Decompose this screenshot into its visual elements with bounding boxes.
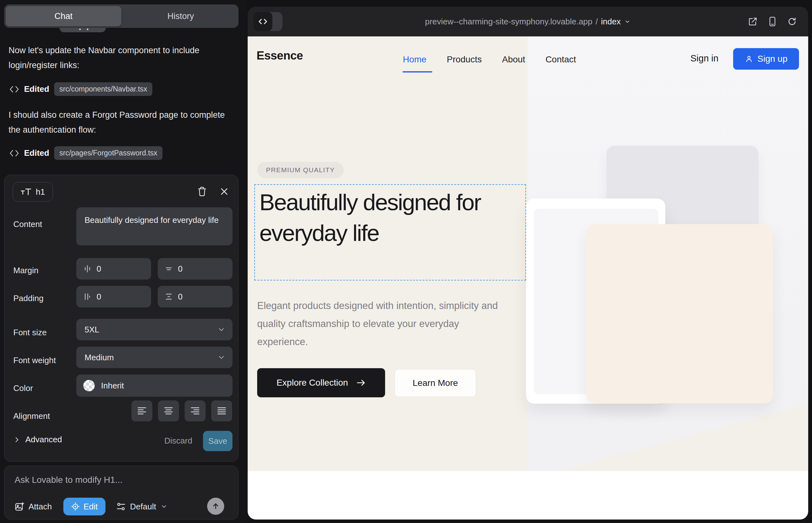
color-picker-field[interactable]: Inherit (76, 375, 232, 397)
edit-label: Edit (84, 502, 98, 511)
chat-history-tabs: Chat History (4, 4, 239, 28)
color-value: Inherit (101, 381, 124, 391)
margin-x-input[interactable]: 0 (76, 258, 151, 279)
align-right-button[interactable] (184, 400, 206, 421)
margin-y-input[interactable]: 0 (158, 258, 232, 279)
align-center-button[interactable] (158, 400, 179, 421)
discard-button[interactable]: Discard (164, 436, 192, 446)
browser-chrome: preview--charming-site-symphony.lovable.… (248, 7, 808, 36)
element-tag-chip[interactable]: h1 (13, 182, 53, 202)
font-weight-select[interactable]: Medium (76, 347, 232, 368)
chat-message: I should also create a Forgot Password p… (8, 108, 230, 138)
padding-label: Padding (13, 293, 43, 303)
save-button[interactable]: Save (203, 431, 232, 451)
tab-chat[interactable]: Chat (6, 6, 121, 26)
padding-x-input[interactable]: 0 (76, 286, 151, 307)
mobile-preview-icon[interactable] (768, 16, 777, 26)
hero-description: Elegant products designed with intention… (257, 296, 498, 351)
text-size-icon (21, 187, 31, 196)
padding-y-input[interactable]: 0 (158, 286, 232, 307)
url-domain: preview--charming-site-symphony.lovable.… (425, 17, 592, 26)
align-justify-button[interactable] (211, 400, 232, 421)
hero-heading: Beautifully designed for everyday life (259, 187, 488, 248)
tab-history[interactable]: History (123, 12, 239, 21)
font-weight-value: Medium (85, 353, 114, 362)
edited-label: Edited (24, 84, 49, 94)
preview-frame: preview--charming-site-symphony.lovable.… (248, 7, 808, 520)
nav-link-about[interactable]: About (502, 54, 525, 65)
color-swatch-transparent (83, 380, 95, 391)
chevron-down-icon (217, 353, 226, 362)
padding-y-value: 0 (178, 292, 182, 302)
chevron-down-icon (161, 503, 167, 510)
chat-composer: Attach Edit Default (4, 466, 239, 520)
send-button[interactable] (207, 498, 224, 515)
active-nav-underline (403, 71, 432, 72)
advanced-label: Advanced (25, 435, 62, 445)
composer-input[interactable] (15, 475, 224, 485)
mode-label: Default (130, 502, 156, 511)
refresh-icon[interactable] (787, 17, 797, 26)
url-bar[interactable]: preview--charming-site-symphony.lovable.… (425, 7, 631, 36)
alignment-label: Alignment (13, 411, 50, 421)
url-page: index (601, 17, 621, 26)
margin-label: Margin (13, 266, 38, 275)
file-edit-row: Edited src/components/Navbar.tsx (10, 82, 152, 96)
margin-y-value: 0 (178, 264, 182, 274)
code-icon (253, 12, 272, 31)
edited-file-pill[interactable]: src/pages/ForgotPassword.tsx (54, 146, 162, 160)
chevron-right-icon (13, 436, 20, 443)
margin-vertical-icon (165, 265, 173, 273)
code-icon (10, 85, 19, 93)
scrolled-chat-remnant (59, 28, 106, 32)
close-editor-button[interactable] (217, 184, 231, 198)
attach-label: Attach (29, 502, 52, 511)
code-preview-toggle[interactable] (253, 12, 282, 31)
site-viewport: Essence Home Products About Contact Sign… (248, 36, 808, 520)
element-tag-label: h1 (36, 187, 45, 197)
padding-x-value: 0 (96, 292, 101, 302)
url-separator: / (596, 17, 598, 26)
delete-element-button[interactable] (195, 184, 209, 198)
sliders-icon (116, 502, 126, 511)
attach-button[interactable]: Attach (15, 502, 52, 511)
font-size-select[interactable]: 5XL (76, 319, 232, 340)
nav-link-home[interactable]: Home (403, 54, 427, 65)
hero-badge: PREMIUM QUALITY (257, 162, 343, 178)
signup-button[interactable]: Sign up (733, 48, 799, 70)
margin-horizontal-icon (83, 265, 91, 273)
user-icon (745, 55, 753, 63)
learn-more-button[interactable]: Learn More (394, 369, 476, 397)
font-size-label: Font size (13, 328, 47, 338)
align-left-button[interactable] (131, 400, 152, 421)
edit-mode-pill[interactable]: Edit (63, 498, 105, 516)
code-icon (10, 149, 19, 157)
mode-selector[interactable]: Default (116, 502, 167, 511)
edited-file-pill[interactable]: src/components/Navbar.tsx (54, 82, 152, 96)
padding-vertical-icon (165, 292, 173, 301)
edited-label: Edited (24, 148, 49, 158)
nav-link-products[interactable]: Products (447, 54, 482, 65)
signup-label: Sign up (758, 54, 788, 64)
content-input[interactable]: Beautifully designed for everyday life (76, 208, 232, 245)
chevron-down-icon (624, 18, 631, 25)
font-size-value: 5XL (85, 325, 99, 335)
explore-collection-button[interactable]: Explore Collection (257, 368, 385, 397)
chevron-down-icon (217, 325, 226, 334)
decor-card-beige (586, 224, 773, 403)
font-weight-label: Font weight (13, 356, 56, 365)
arrow-right-icon (356, 379, 366, 387)
element-editor-panel: h1 Content Beautifully designed for ever… (4, 175, 239, 462)
padding-horizontal-icon (83, 292, 91, 301)
signin-link[interactable]: Sign in (690, 53, 719, 64)
open-external-icon[interactable] (748, 17, 758, 26)
color-label: Color (13, 383, 33, 393)
alignment-button-group (131, 400, 232, 421)
chrome-actions (748, 7, 797, 36)
selected-element-outline[interactable]: Beautifully designed for everyday life (254, 184, 526, 281)
advanced-toggle[interactable]: Advanced (13, 435, 62, 445)
explore-collection-label: Explore Collection (277, 378, 348, 388)
file-edit-row: Edited src/pages/ForgotPassword.tsx (10, 146, 162, 160)
site-logo[interactable]: Essence (257, 49, 303, 62)
nav-link-contact[interactable]: Contact (545, 54, 576, 65)
